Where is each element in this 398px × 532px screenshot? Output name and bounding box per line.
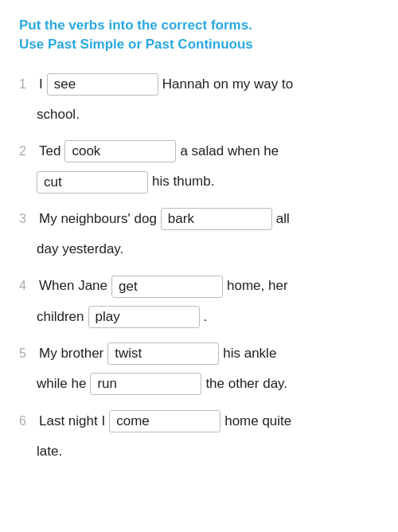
exercise-2-line-1: 2Teda salad when he	[19, 139, 379, 164]
exercise-1-line-1: 1IHannah on my way to	[19, 72, 379, 97]
text-segment: home, her	[227, 273, 288, 299]
text-segment: Ted	[39, 139, 60, 164]
exercise-3-line-2: day yesterday.	[19, 237, 379, 262]
text-segment: My brother	[39, 341, 103, 366]
item-number-2: 2	[19, 139, 33, 163]
input-4b[interactable]	[88, 306, 200, 328]
exercise-2-line-2: his thumb.	[19, 169, 379, 194]
text-segment: day yesterday.	[37, 237, 123, 262]
exercise-list: 1IHannah on my way toschool.2Teda salad …	[19, 72, 379, 465]
exercise-1-line-2: school.	[19, 102, 379, 127]
text-segment: a salad when he	[180, 139, 279, 164]
input-1a[interactable]	[47, 73, 158, 96]
text-segment: Last night I	[39, 409, 105, 434]
input-6a[interactable]	[109, 410, 220, 432]
item-number-4: 4	[19, 274, 33, 298]
text-segment: his thumb.	[152, 169, 214, 194]
input-3a[interactable]	[161, 208, 272, 230]
exercise-4-line-2: children.	[19, 304, 379, 330]
item-number-5: 5	[19, 342, 33, 366]
exercise-item-4: 4When Janehome, herchildren.	[19, 273, 379, 330]
text-segment: all	[276, 206, 290, 232]
text-segment: My neighbours' dog	[39, 206, 157, 232]
text-segment: late.	[37, 439, 62, 464]
text-segment: children	[37, 304, 84, 330]
item-number-3: 3	[19, 207, 33, 231]
page-title: Put the verbs into the correct forms. Us…	[19, 16, 379, 54]
input-4a[interactable]	[111, 276, 223, 298]
exercise-item-6: 6Last night Ihome quitelate.	[19, 409, 379, 465]
item-number-6: 6	[19, 409, 33, 433]
page-container: Put the verbs into the correct forms. Us…	[19, 16, 379, 464]
input-5b[interactable]	[90, 373, 201, 395]
text-segment: .	[204, 304, 208, 330]
input-5a[interactable]	[107, 342, 219, 365]
text-segment: school.	[37, 102, 80, 127]
text-segment: while he	[37, 371, 86, 397]
exercise-5-line-2: while hethe other day.	[19, 371, 379, 397]
input-2b[interactable]	[37, 171, 148, 194]
text-segment: home quite	[224, 409, 291, 434]
text-segment: the other day.	[205, 371, 287, 397]
input-2a[interactable]	[64, 140, 176, 162]
text-segment: I	[39, 72, 43, 97]
exercise-6-line-2: late.	[19, 439, 379, 464]
text-segment: Hannah on my way to	[162, 72, 293, 97]
exercise-3-line-1: 3My neighbours' dogall	[19, 206, 379, 232]
exercise-6-line-1: 6Last night Ihome quite	[19, 409, 379, 434]
exercise-item-3: 3My neighbours' dogallday yesterday.	[19, 206, 379, 263]
text-segment: When Jane	[39, 273, 107, 299]
exercise-4-line-1: 4When Janehome, her	[19, 273, 379, 299]
exercise-item-1: 1IHannah on my way toschool.	[19, 72, 379, 128]
item-number-1: 1	[19, 72, 33, 96]
exercise-item-2: 2Teda salad when hehis thumb.	[19, 139, 379, 195]
exercise-5-line-1: 5My brotherhis ankle	[19, 341, 379, 366]
exercise-item-5: 5My brotherhis anklewhile hethe other da…	[19, 341, 379, 397]
text-segment: his ankle	[223, 341, 276, 366]
